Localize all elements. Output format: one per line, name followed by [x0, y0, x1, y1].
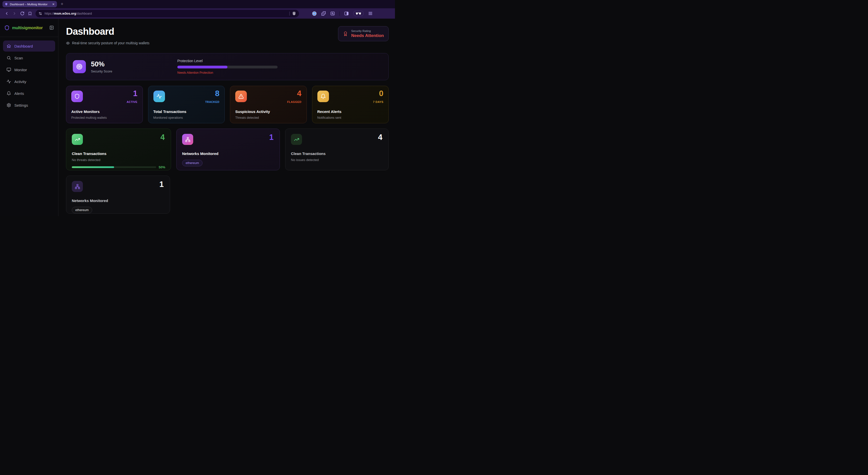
security-score-label: Security Score — [91, 69, 112, 73]
sidebar-item-label: Activity — [14, 79, 26, 84]
forward-icon[interactable] — [11, 10, 18, 16]
browser-tab-bar: Dashboard – Multisig Monitor ✕ + — [0, 0, 395, 8]
browser-tab[interactable]: Dashboard – Multisig Monitor ✕ — [2, 1, 57, 7]
card-title: Clean Transactions — [291, 151, 383, 156]
stat-subtitle: Protected multisig wallets — [71, 116, 137, 120]
monitor-icon — [6, 67, 11, 72]
app-logo-text: multisigmonitor — [12, 25, 43, 30]
sidebar-item-alerts[interactable]: Alerts — [3, 88, 55, 99]
stat-tag: 7 DAYS — [373, 100, 383, 103]
stat-title: Recent Alerts — [317, 109, 383, 114]
menu-icon[interactable] — [368, 11, 373, 16]
url-separator — [289, 11, 290, 15]
tab-title: Dashboard – Multisig Monitor — [10, 3, 50, 6]
back-icon[interactable] — [3, 10, 9, 16]
sidebar-nav: Dashboard Scan Monitor Activity — [0, 37, 58, 114]
page-header: Dashboard Real-time security posture of … — [66, 25, 389, 45]
card-value: 1 — [159, 180, 164, 189]
page-subtitle: Real-time security posture of your multi… — [66, 41, 149, 45]
toolbar-extensions-area — [308, 11, 373, 16]
tab-close-icon[interactable]: ✕ — [52, 3, 55, 6]
leo-glasses-icon[interactable] — [353, 11, 364, 16]
stat-card-recent-alerts: 0 7 DAYS Recent Alerts Notifications sen… — [312, 86, 389, 123]
sidebar-item-label: Monitor — [14, 68, 27, 72]
search-icon — [6, 56, 11, 60]
network-icon — [72, 181, 83, 192]
brave-lion-icon[interactable] — [292, 11, 296, 15]
network-icon — [182, 134, 193, 145]
home-icon — [6, 44, 11, 48]
sidebar-item-scan[interactable]: Scan — [3, 52, 55, 63]
tune-icon[interactable] — [38, 12, 42, 15]
sidebar-panel-icon[interactable] — [344, 11, 349, 16]
card-clean-transactions-muted: 4 Clean Transactions No issues detected — [285, 129, 389, 170]
feature-row: 4 Clean Transactions No threats detected… — [66, 129, 389, 170]
stat-subtitle: Notifications sent — [317, 116, 383, 120]
bookmark-icon[interactable] — [27, 10, 33, 16]
url-text: https://msm.w3os.org/dashboard — [44, 12, 92, 15]
stat-tag: TRACKED — [205, 100, 219, 103]
protection-level-bar — [177, 66, 278, 68]
protection-card: 50% Security Score Protection Level Need… — [66, 53, 389, 80]
logo-row: multisigmonitor — [0, 19, 58, 37]
eye-icon — [66, 41, 70, 45]
network-badge: ethereum — [72, 207, 92, 213]
stat-value: 4 — [297, 89, 301, 98]
sidebar-item-label: Settings — [14, 103, 28, 107]
stat-tag: FLAGGED — [287, 100, 302, 103]
sidebar-item-label: Dashboard — [14, 44, 33, 48]
card-networks-monitored: 1 Networks Monitored ethereum — [176, 129, 280, 170]
security-rating-card: Security Rating Needs Attention — [338, 26, 389, 41]
bell-icon — [317, 91, 329, 102]
page-subtitle-text: Real-time security posture of your multi… — [72, 41, 149, 45]
clean-progress-fill — [72, 166, 114, 168]
sidebar-item-monitor[interactable]: Monitor — [3, 64, 55, 75]
stat-tag: ACTIVE — [127, 100, 137, 103]
window-search-icon[interactable] — [330, 11, 335, 16]
card-value: 1 — [269, 133, 274, 142]
gear-icon — [6, 103, 11, 107]
logo-shield-icon — [4, 25, 9, 30]
rating-value: Needs Attention — [351, 33, 384, 38]
security-score-value: 50% — [91, 60, 112, 68]
network-badge: ethereum — [182, 160, 203, 166]
card-clean-transactions: 4 Clean Transactions No threats detected… — [66, 129, 171, 170]
extensions-puzzle-icon[interactable] — [321, 11, 326, 16]
clean-progress-label: 50% — [159, 165, 165, 169]
clean-progress-bar — [72, 166, 156, 168]
url-bar[interactable]: https://msm.w3os.org/dashboard — [35, 10, 299, 18]
app-frame: multisigmonitor Dashboard Scan — [0, 19, 395, 216]
card-title: Networks Monitored — [72, 199, 164, 203]
card-value: 4 — [160, 133, 165, 142]
onepassword-icon[interactable] — [312, 11, 317, 16]
stat-card-total-transactions: 8 TRACKED Total Transactions Monitored o… — [148, 86, 225, 123]
trending-up-icon — [72, 134, 83, 145]
stat-value: 8 — [215, 89, 219, 98]
shield-favicon-icon — [5, 2, 8, 6]
sidebar: multisigmonitor Dashboard Scan — [0, 19, 58, 216]
protection-level-fill — [177, 66, 227, 68]
card-value: 4 — [378, 133, 382, 142]
card-subtitle: No threats detected — [72, 158, 165, 162]
protection-status-text: Needs Attention Protection — [177, 71, 278, 74]
url-protocol: https:// — [44, 12, 54, 15]
page-title: Dashboard — [66, 26, 149, 37]
reload-icon[interactable] — [19, 10, 25, 16]
protection-level-label: Protection Level — [177, 59, 278, 63]
stat-card-suspicious-activity: 4 FLAGGED Suspicious Activity Threats de… — [230, 86, 307, 123]
sidebar-collapse-icon[interactable] — [50, 25, 54, 30]
stats-row: 1 ACTIVE Active Monitors Protected multi… — [66, 86, 389, 123]
toolbar-separator — [339, 11, 340, 16]
card-subtitle: No issues detected — [291, 158, 383, 162]
main-content: Dashboard Real-time security posture of … — [58, 19, 395, 216]
activity-icon — [153, 91, 165, 102]
sidebar-item-activity[interactable]: Activity — [3, 76, 55, 87]
stat-title: Active Monitors — [71, 109, 137, 114]
stat-value: 1 — [133, 89, 137, 98]
sidebar-item-settings[interactable]: Settings — [3, 100, 55, 111]
stat-value: 0 — [379, 89, 383, 98]
stat-title: Total Transactions — [153, 109, 220, 114]
card-title: Clean Transactions — [72, 151, 165, 156]
new-tab-button[interactable]: + — [61, 1, 63, 7]
sidebar-item-dashboard[interactable]: Dashboard — [3, 40, 55, 52]
